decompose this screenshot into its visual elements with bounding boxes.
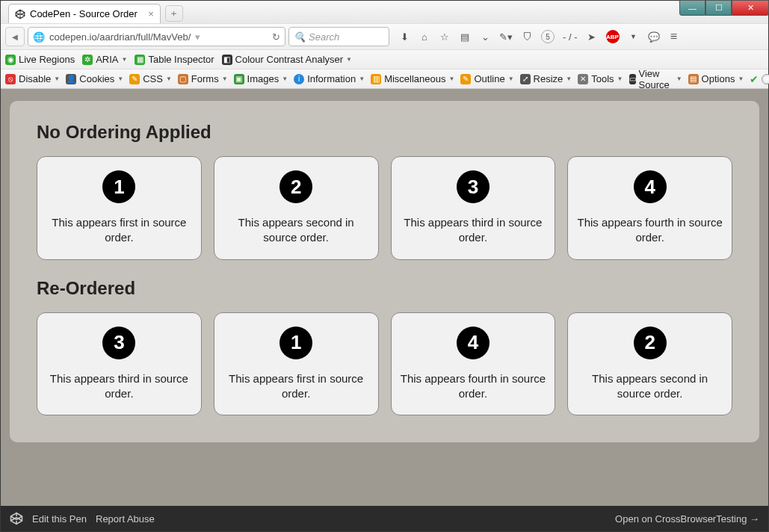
codepen-icon bbox=[15, 9, 25, 19]
browser-window: CodePen - Source Order × ＋ — ☐ ✕ ◄ 🌐 cod… bbox=[0, 0, 769, 532]
clipboard-icon: ▢ bbox=[178, 74, 188, 84]
shield-icon[interactable]: ⛉ bbox=[521, 31, 533, 43]
monitor-icon: ▭ bbox=[629, 74, 636, 84]
webdev-toolbar: ⦸Disable▼ 👤Cookies▼ ✎CSS▼ ▢Forms▼ ▣Image… bbox=[1, 69, 768, 89]
card-text: This appears second in source order. bbox=[222, 215, 371, 246]
cookies-menu[interactable]: 👤Cookies▼ bbox=[66, 73, 123, 84]
new-tab-button[interactable]: ＋ bbox=[165, 5, 183, 22]
card-text: This appears third in source order. bbox=[399, 215, 548, 246]
card[interactable]: 2This appears second in source order. bbox=[214, 156, 379, 260]
forms-menu[interactable]: ▢Forms▼ bbox=[178, 73, 228, 84]
card[interactable]: 4This appears fourth in source order. bbox=[391, 312, 556, 416]
open-cbt-link[interactable]: Open on CrossBrowserTesting → bbox=[615, 513, 759, 525]
heading-no-ordering: No Ordering Applied bbox=[37, 122, 732, 143]
session-counter[interactable]: 5 bbox=[541, 30, 555, 43]
reload-icon[interactable]: ↻ bbox=[272, 31, 280, 43]
tools-icon: ✕ bbox=[578, 74, 588, 84]
card-number: 3 bbox=[457, 170, 489, 203]
user-icon: 👤 bbox=[66, 74, 76, 84]
css-menu[interactable]: ✎CSS▼ bbox=[129, 73, 172, 84]
chat-icon[interactable]: 💬 bbox=[648, 31, 660, 43]
card-number: 1 bbox=[280, 327, 312, 359]
person-icon: ✲ bbox=[82, 55, 93, 65]
card[interactable]: 4This appears fourth in source order. bbox=[567, 156, 732, 260]
card[interactable]: 3This appears third in source order. bbox=[391, 156, 556, 260]
card-text: This appears third in source order. bbox=[45, 371, 194, 402]
images-menu[interactable]: ▣Images▼ bbox=[234, 73, 288, 84]
card-number: 4 bbox=[457, 327, 489, 359]
table-inspector-button[interactable]: ▦Table Inspector bbox=[135, 54, 214, 65]
card-text: This appears fourth in source order. bbox=[575, 215, 724, 246]
image-icon: ▣ bbox=[234, 74, 244, 84]
slash-indicator: - / - bbox=[563, 31, 578, 43]
reader-icon[interactable]: ▤ bbox=[459, 31, 471, 43]
navbar: ◄ 🌐 codepen.io/aardrian/full/MavVeb/ ▾ ↻… bbox=[1, 23, 768, 50]
misc-menu[interactable]: ▥Miscellaneous▼ bbox=[371, 73, 454, 84]
chevron-down-icon: ▼ bbox=[122, 56, 128, 63]
colour-contrast-button[interactable]: ◧Colour Contrast Analyser▼ bbox=[222, 54, 352, 65]
globe-icon: 🌐 bbox=[33, 31, 45, 43]
search-box[interactable]: 🔍 Search bbox=[288, 27, 389, 46]
disable-icon: ⦸ bbox=[5, 74, 16, 84]
card[interactable]: 2This appears second in source order. bbox=[567, 312, 732, 416]
card-text: This appears first in source order. bbox=[45, 215, 194, 246]
window-controls: — ☐ ✕ bbox=[679, 0, 769, 16]
menu-icon[interactable]: ≡ bbox=[668, 30, 680, 43]
home-icon[interactable]: ⌂ bbox=[419, 31, 430, 43]
send-icon[interactable]: ➤ bbox=[586, 31, 598, 43]
tab-title: CodePen - Source Order bbox=[30, 8, 138, 19]
options-label: Options bbox=[702, 73, 735, 84]
codepen-logo-icon[interactable] bbox=[10, 512, 23, 525]
status-dot[interactable] bbox=[762, 74, 769, 84]
card[interactable]: 1This appears first in source order. bbox=[214, 312, 379, 416]
options-menu[interactable]: ▤Options▼ bbox=[688, 73, 744, 84]
close-window-button[interactable]: ✕ bbox=[732, 0, 769, 16]
grid-icon: ▦ bbox=[135, 55, 145, 65]
pencil-icon: ✎ bbox=[460, 74, 471, 84]
heading-reordered: Re-Ordered bbox=[37, 278, 732, 299]
resize-icon: ⤢ bbox=[520, 74, 531, 84]
adblock-icon[interactable]: ABP bbox=[606, 30, 620, 43]
information-menu[interactable]: iInformation▼ bbox=[294, 73, 365, 84]
card[interactable]: 3This appears third in source order. bbox=[37, 312, 202, 416]
row-reordered: 3This appears third in source order. 1Th… bbox=[37, 312, 732, 416]
titlebar: CodePen - Source Order × ＋ — ☐ ✕ bbox=[1, 1, 768, 23]
css-label: CSS bbox=[143, 73, 163, 84]
table-inspector-label: Table Inspector bbox=[148, 54, 214, 65]
downloads-icon[interactable]: ⬇ bbox=[398, 31, 410, 43]
close-tab-icon[interactable]: × bbox=[148, 8, 154, 19]
info-icon: i bbox=[294, 74, 304, 84]
information-label: Information bbox=[307, 73, 356, 84]
card-text: This appears second in source order. bbox=[575, 371, 724, 402]
maximize-button[interactable]: ☐ bbox=[705, 0, 732, 16]
back-button[interactable]: ◄ bbox=[5, 27, 25, 46]
aria-button[interactable]: ✲ARIA▼ bbox=[82, 54, 127, 65]
card-number: 4 bbox=[634, 170, 667, 203]
minimize-button[interactable]: — bbox=[679, 0, 705, 16]
bookmark-star-icon[interactable]: ☆ bbox=[439, 31, 451, 43]
pocket-icon[interactable]: ⌄ bbox=[479, 31, 491, 43]
pencil-icon: ✎ bbox=[129, 74, 140, 84]
tools-label: Tools bbox=[591, 73, 614, 84]
nav-icons: ⬇ ⌂ ☆ ▤ ⌄ ✎▾ ⛉ 5 - / - ➤ ABP ▼ 💬 ≡ bbox=[398, 30, 680, 43]
chevron-down-icon[interactable]: ▼ bbox=[628, 33, 640, 40]
eyedropper-icon[interactable]: ✎▾ bbox=[499, 31, 513, 43]
url-text: codepen.io/aardrian/full/MavVeb/ bbox=[49, 31, 191, 43]
resize-menu[interactable]: ⤢Resize▼ bbox=[520, 73, 572, 84]
options-icon: ▤ bbox=[688, 74, 699, 84]
resize-label: Resize bbox=[534, 73, 563, 84]
live-regions-button[interactable]: ◉Live Regions bbox=[5, 54, 75, 65]
edit-pen-link[interactable]: Edit this Pen bbox=[32, 513, 87, 525]
url-bar[interactable]: 🌐 codepen.io/aardrian/full/MavVeb/ ▾ ↻ bbox=[28, 27, 285, 46]
outline-label: Outline bbox=[474, 73, 504, 84]
card[interactable]: 1This appears first in source order. bbox=[37, 156, 202, 260]
check-icon[interactable]: ✔ bbox=[750, 73, 759, 85]
disable-menu[interactable]: ⦸Disable▼ bbox=[5, 73, 60, 84]
browser-tab[interactable]: CodePen - Source Order × bbox=[8, 4, 161, 23]
report-abuse-link[interactable]: Report Abuse bbox=[96, 513, 155, 525]
view-source-menu[interactable]: ▭View Source▼ bbox=[629, 68, 682, 90]
dropdown-icon[interactable]: ▾ bbox=[195, 31, 200, 43]
tools-menu[interactable]: ✕Tools▼ bbox=[578, 73, 623, 84]
outline-menu[interactable]: ✎Outline▼ bbox=[460, 73, 513, 84]
wave-icon: ◉ bbox=[5, 55, 16, 65]
